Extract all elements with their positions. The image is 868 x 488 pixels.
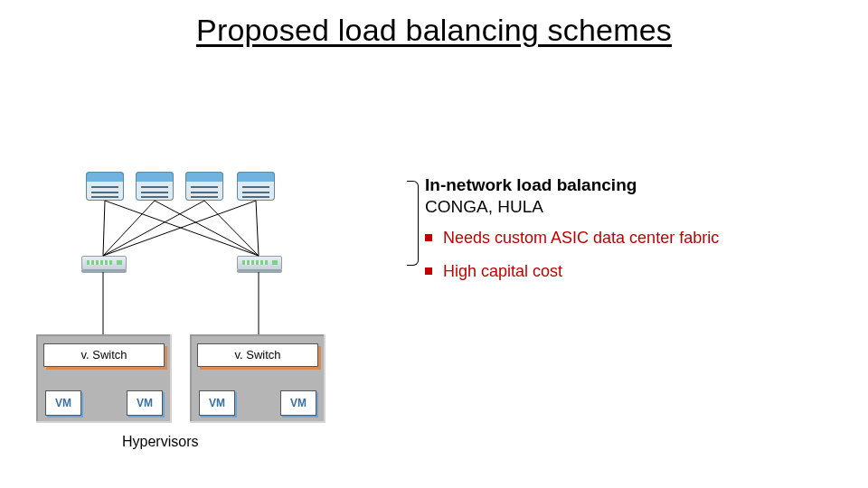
vm-box: VM: [280, 390, 316, 416]
svg-line-7: [256, 201, 259, 256]
svg-line-6: [204, 201, 259, 256]
bullet-item: High capital cost: [425, 262, 719, 281]
spine-switch-icon: [136, 172, 174, 201]
leaf-switch-icon: [81, 256, 127, 270]
spine-switch-icon: [237, 172, 275, 201]
headline-sub: CONGA, HULA: [425, 197, 543, 216]
svg-line-4: [105, 201, 259, 256]
svg-line-2: [103, 201, 204, 256]
vswitch-box: v. Switch: [197, 343, 318, 367]
svg-line-0: [103, 201, 105, 256]
section-heading: In-network load balancing CONGA, HULA: [425, 174, 637, 218]
vm-box: VM: [127, 390, 163, 416]
headline-bold: In-network load balancing: [425, 175, 637, 194]
svg-line-3: [103, 201, 256, 256]
hypervisor-host: v. Switch VM VM: [190, 334, 326, 423]
hypervisor-host: v. Switch VM VM: [36, 334, 172, 423]
hypervisors-caption: Hypervisors: [122, 434, 198, 450]
svg-line-1: [103, 201, 155, 256]
leaf-switch-icon: [237, 256, 282, 270]
bullet-item: Needs custom ASIC data center fabric: [425, 229, 719, 248]
vm-box: VM: [199, 390, 235, 416]
vswitch-box: v. Switch: [43, 343, 165, 367]
spine-switch-icon: [185, 172, 223, 201]
slide-title: Proposed load balancing schemes: [0, 13, 868, 48]
bracket-icon: [407, 181, 419, 266]
spine-switch-icon: [86, 172, 124, 201]
bullet-list: Needs custom ASIC data center fabric Hig…: [425, 229, 719, 296]
svg-line-5: [155, 201, 259, 256]
vm-box: VM: [45, 390, 81, 416]
